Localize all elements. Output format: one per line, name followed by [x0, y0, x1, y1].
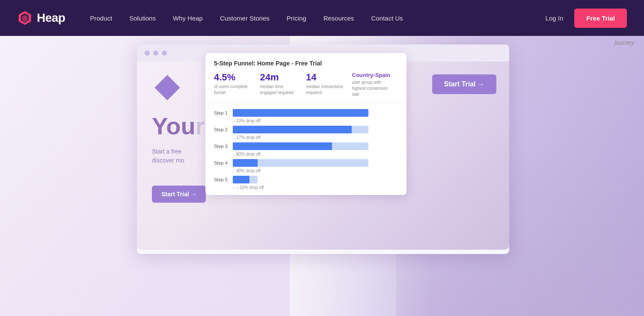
funnel-step-4: Step 4: [214, 158, 398, 168]
step1-bar-fg: [233, 109, 368, 117]
funnel-card: 5-Step Funnel: Home Page - Free Trial 4.…: [205, 53, 407, 195]
browser-inner-subtitle: Start a free discover mo: [152, 147, 206, 165]
dropoff-4: ↓ 40% drop off: [214, 168, 398, 173]
funnel-stat-country: Country-Spain user group with highest co…: [352, 72, 398, 97]
heap-logo-icon: [17, 10, 33, 26]
dropoff-3: ↓ 80% drop off: [214, 152, 398, 157]
step5-bars: [233, 175, 398, 184]
funnel-stat-interactions: 14 median interactions required: [306, 72, 352, 97]
stat-label-time: median time engaged required: [260, 84, 300, 96]
nav-resources[interactable]: Resources: [316, 11, 362, 25]
inner-start-trial-button[interactable]: Start Trial →: [152, 186, 206, 203]
step2-bar-fg: [233, 126, 352, 133]
step2-label: Step 2: [214, 127, 233, 132]
free-trial-button[interactable]: Free Trial: [574, 9, 627, 28]
dropoff-arrow-1: ↓: [233, 118, 235, 123]
dropoff-arrow-2: ↓: [233, 135, 235, 140]
diamond-icon: [154, 75, 180, 100]
stat-value-country: Country-Spain: [352, 72, 392, 79]
step4-label: Step 4: [214, 160, 233, 165]
funnel-stats: 4.5% of users complete funnel 24m median…: [214, 72, 398, 97]
hero-section: journey. Your Start a free discover mo S…: [0, 36, 644, 316]
browser-inner-content: Your Start a free discover mo Start Tria…: [152, 113, 206, 203]
dropoff-5: ↓ ↓ 10% drop off: [214, 185, 398, 190]
browser-dot-1: [145, 50, 150, 56]
browser-frame: Your Start a free discover mo Start Tria…: [137, 44, 509, 254]
funnel-card-header: 5-Step Funnel: Home Page - Free Trial 4.…: [205, 53, 407, 103]
stat-value-completion: 4.5%: [214, 72, 253, 83]
funnel-step-3: Step 3: [214, 142, 398, 151]
stat-label-completion: of users complete funnel: [214, 84, 253, 96]
funnel-title: 5-Step Funnel: Home Page - Free Trial: [214, 60, 398, 67]
nav-solutions[interactable]: Solutions: [122, 11, 163, 25]
funnel-stat-time: 24m median time engaged required: [260, 72, 306, 97]
dropoff-text-4: 40% drop off: [236, 168, 261, 173]
dropoff-arrow-5: ↓: [233, 185, 235, 190]
funnel-chart: Step 1 ↓ 10% drop off Step 2: [205, 103, 407, 195]
subtitle-line2: discover mo: [152, 157, 184, 164]
subtitle-line1: Start a free: [152, 148, 181, 155]
nav-product[interactable]: Product: [82, 11, 120, 25]
funnel-step-1: Step 1: [214, 108, 398, 118]
step4-bars: [233, 158, 398, 168]
navbar: Heap Product Solutions Why Heap Customer…: [0, 0, 644, 36]
nav-pricing[interactable]: Pricing: [279, 11, 314, 25]
browser-content: Your Start a free discover mo Start Tria…: [137, 62, 509, 250]
funnel-step-5: Step 5: [214, 175, 398, 184]
stat-label-country: user group with highest conversion rate: [352, 80, 392, 97]
dropoff-text-1: 10% drop off: [236, 118, 261, 123]
step1-bars: [233, 108, 398, 118]
nav-right: Log In Free Trial: [538, 9, 627, 28]
step2-bars: [233, 125, 398, 134]
nav-contact-us[interactable]: Contact Us: [363, 11, 410, 25]
stat-value-time: 24m: [260, 72, 300, 83]
dropoff-text-2: 17% drop off: [236, 135, 261, 140]
dropoff-text-3: 80% drop off: [236, 152, 261, 157]
hero-top-right-text: journey.: [614, 39, 635, 46]
step5-label: Step 5: [214, 177, 233, 182]
dropoff-arrow-3: ↓: [233, 152, 235, 157]
step5-bar-fg: [233, 176, 249, 183]
step3-label: Step 3: [214, 144, 233, 149]
stat-value-interactions: 14: [306, 72, 345, 83]
dropoff-2: ↓ 17% drop off: [214, 135, 398, 140]
login-link[interactable]: Log In: [538, 11, 571, 25]
step3-bar-fg: [233, 142, 332, 150]
nav-why-heap[interactable]: Why Heap: [165, 11, 211, 25]
logo-text: Heap: [37, 11, 65, 25]
funnel-stat-completion: 4.5% of users complete funnel: [214, 72, 260, 97]
step4-bar-fg: [233, 159, 258, 167]
browser-inner-title: Your: [152, 113, 206, 139]
browser-dot-3: [162, 50, 167, 56]
dropoff-text-5: ↓ 10% drop off: [236, 185, 264, 190]
browser-dot-2: [153, 50, 158, 56]
logo-link[interactable]: Heap: [17, 10, 65, 26]
stat-label-interactions: median interactions required: [306, 84, 345, 96]
dropoff-arrow-4: ↓: [233, 168, 235, 173]
nav-customer-stories[interactable]: Customer Stories: [212, 11, 277, 25]
browser-start-trial-button[interactable]: Start Trial →: [432, 74, 496, 94]
funnel-step-2: Step 2: [214, 125, 398, 134]
nav-links: Product Solutions Why Heap Customer Stor…: [82, 11, 537, 25]
dropoff-1: ↓ 10% drop off: [214, 118, 398, 123]
step1-label: Step 1: [214, 110, 233, 115]
step3-bars: [233, 142, 398, 151]
